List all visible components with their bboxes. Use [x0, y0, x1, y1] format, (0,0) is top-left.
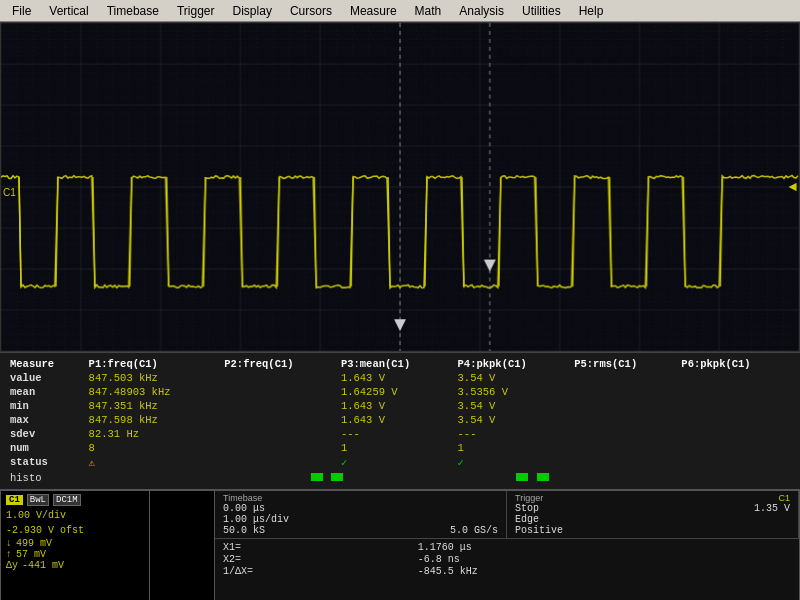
x2-value: -6.8 ns: [418, 554, 627, 565]
p4-header: P4:pkpk(C1): [454, 357, 571, 371]
timebase-subdiv-value: 1.00 μs/div: [223, 514, 289, 525]
waveform-canvas: [1, 23, 799, 351]
x1-value: 1.1760 μs: [418, 542, 627, 553]
p3-header: P3:mean(C1): [337, 357, 454, 371]
bottom-panel: C1 BwL DC1M 1.00 V/div -2.930 V ofst ↓ 4…: [0, 489, 800, 600]
x2-label: X2=: [223, 554, 402, 565]
menu-item-measure[interactable]: Measure: [342, 2, 405, 20]
menubar: FileVerticalTimebaseTriggerDisplayCursor…: [0, 0, 800, 22]
arrow-up-row: ↑ 57 mV: [6, 549, 144, 560]
timebase-sample: 50.0 kS 5.0 GS/s: [223, 525, 498, 536]
measure-row-2-col-0: min: [6, 399, 85, 413]
measure-row-2-col-4: 3.54 V: [454, 399, 571, 413]
measure-row-5-col-4: 1: [454, 441, 571, 455]
measure-row-4-col-0: sdev: [6, 427, 85, 441]
menu-item-display[interactable]: Display: [225, 2, 280, 20]
measure-row-0-col-5: [570, 371, 677, 385]
measure-row-6-col-3: ✓: [337, 455, 454, 470]
ch-info-panel: C1 BwL DC1M 1.00 V/div -2.930 V ofst ↓ 4…: [0, 490, 150, 600]
val57: 57 mV: [16, 549, 46, 560]
x1-label: X1=: [223, 542, 402, 553]
dc1m-flag: DC1M: [53, 494, 81, 506]
measure-row-0-col-4: 3.54 V: [454, 371, 571, 385]
measure-row-4-col-1: 82.31 Hz: [85, 427, 221, 441]
timebase-row: Timebase 0.00 μs 1.00 μs/div 50.0 kS 5.0…: [215, 491, 799, 539]
measure-row-5-col-5: [570, 441, 677, 455]
ofst-row: -2.930 V ofst: [6, 523, 144, 538]
measure-row-2-col-6: [677, 399, 794, 413]
measure-row-4-col-3: ---: [337, 427, 454, 441]
histo-bar-4: [537, 473, 549, 481]
measure-row-3-col-4: 3.54 V: [454, 413, 571, 427]
measure-row-6-col-4: ✓: [454, 455, 571, 470]
measure-table: Measure P1:freq(C1) P2:freq(C1) P3:mean(…: [6, 357, 794, 470]
measure-row-4-col-2: [220, 427, 337, 441]
measure-row-0-col-0: value: [6, 371, 85, 385]
vdiv-row: 1.00 V/div: [6, 508, 144, 523]
measure-row-0-col-3: 1.643 V: [337, 371, 454, 385]
histo-bar-1: [311, 473, 323, 481]
measure-header: Measure: [6, 357, 85, 371]
timebase-box: Timebase 0.00 μs 1.00 μs/div 50.0 kS 5.0…: [215, 491, 507, 538]
dx-label: 1/ΔX=: [223, 566, 402, 577]
measure-row-1-col-6: [677, 385, 794, 399]
scope-screen: C1 ◄: [0, 22, 800, 352]
menu-item-analysis[interactable]: Analysis: [451, 2, 512, 20]
arrow-down-row: ↓ 499 mV: [6, 538, 144, 549]
measure-row-3-col-2: [220, 413, 337, 427]
measure-row-6-col-1: ⚠: [85, 455, 221, 470]
measure-row-2-col-2: [220, 399, 337, 413]
menu-item-vertical[interactable]: Vertical: [41, 2, 96, 20]
histo-bar-2: [331, 473, 343, 481]
measure-area: Measure P1:freq(C1) P2:freq(C1) P3:mean(…: [0, 352, 800, 489]
trigger-mode: Stop: [515, 503, 539, 514]
histo-p6: [755, 470, 794, 485]
histo-bar-3: [516, 473, 528, 481]
measure-row-1-col-2: [220, 385, 337, 399]
timebase-title: Timebase: [223, 493, 498, 503]
delta-y-label: Δy: [6, 560, 18, 571]
menu-item-trigger[interactable]: Trigger: [169, 2, 223, 20]
trigger-value: 1.35 V: [754, 503, 790, 514]
menu-item-file[interactable]: File: [4, 2, 39, 20]
histo-p2: [216, 470, 306, 485]
histo-p1: [86, 470, 216, 485]
histo-p5: [716, 470, 755, 485]
measure-row-4-col-4: ---: [454, 427, 571, 441]
dx-value: -845.5 kHz: [418, 566, 627, 577]
cursor-values: X1= 1.1760 μs X2= -6.8 ns 1/ΔX= -845.5 k…: [215, 539, 799, 600]
trigger-type: Edge: [515, 514, 790, 525]
spacer2: [642, 554, 791, 565]
measure-row-2-col-3: 1.643 V: [337, 399, 454, 413]
measure-row-1-col-4: 3.5356 V: [454, 385, 571, 399]
menu-item-help[interactable]: Help: [571, 2, 612, 20]
timebase-value: 0.00 μs: [223, 503, 498, 514]
timebase-sample-rate: 5.0 GS/s: [450, 525, 498, 536]
menu-item-cursors[interactable]: Cursors: [282, 2, 340, 20]
menu-item-timebase[interactable]: Timebase: [99, 2, 167, 20]
measure-row-1-col-1: 847.48903 kHz: [85, 385, 221, 399]
delta-y-row: Δy -441 mV: [6, 560, 144, 571]
measure-row-3-col-0: max: [6, 413, 85, 427]
p5-header: P5:rms(C1): [570, 357, 677, 371]
ch-header: C1 BwL DC1M: [6, 494, 144, 506]
histo-table: histo: [6, 470, 794, 485]
measure-row-6-col-5: [570, 455, 677, 470]
p6-header: P6:pkpk(C1): [677, 357, 794, 371]
measure-row-0-col-2: [220, 371, 337, 385]
trigger-slope: Positive: [515, 525, 790, 536]
lecroy-logo: LeCroy: [150, 490, 215, 600]
menu-item-utilities[interactable]: Utilities: [514, 2, 569, 20]
ch-badge: C1: [6, 495, 23, 505]
histo-label: histo: [6, 470, 86, 485]
p1-header: P1:freq(C1): [85, 357, 221, 371]
spacer1: [642, 542, 791, 553]
measure-row-5-col-6: [677, 441, 794, 455]
measure-row-0-col-1: 847.503 kHz: [85, 371, 221, 385]
measure-row-6-col-0: status: [6, 455, 85, 470]
menu-item-math[interactable]: Math: [407, 2, 450, 20]
ch1-label: C1: [3, 187, 16, 198]
p2-header: P2:freq(C1): [220, 357, 337, 371]
measure-row-2-col-5: [570, 399, 677, 413]
timebase-subdiv: 1.00 μs/div: [223, 514, 498, 525]
